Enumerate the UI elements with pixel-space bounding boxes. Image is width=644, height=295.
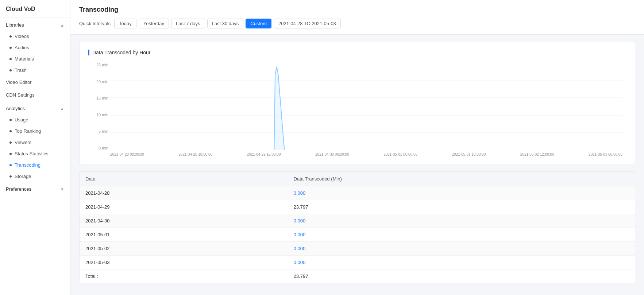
total-label: Total : xyxy=(80,269,288,283)
cell-value: 0.000 xyxy=(288,186,635,200)
total-value: 23.797 xyxy=(288,269,635,283)
dot-icon xyxy=(9,35,12,38)
data-table-card: Date Data Transcoded (Min) 2021-04-280.0… xyxy=(79,171,635,283)
y-label-10: 10 min xyxy=(88,113,108,117)
btn-last7days[interactable]: Last 7 days xyxy=(171,19,205,28)
analytics-label: Analytics xyxy=(6,106,25,111)
sidebar-item-status-statistics[interactable]: Status Statistics xyxy=(0,148,70,159)
sidebar-item-viewers[interactable]: Viewers xyxy=(0,137,70,148)
sidebar-item-storage[interactable]: Storage xyxy=(0,171,70,182)
btn-yesterday[interactable]: Yesterday xyxy=(139,19,169,28)
dot-icon xyxy=(9,130,12,132)
cell-date: 2021-05-03 xyxy=(80,256,288,269)
cell-value: 23.797 xyxy=(288,200,635,214)
main-body: Data Transcoded by Hour 0 min 5 min 10 m… xyxy=(70,35,644,295)
chart-container: 0 min 5 min 10 min 15 min 20 min 25 min xyxy=(88,63,626,156)
chart-card: Data Transcoded by Hour 0 min 5 min 10 m… xyxy=(79,42,635,164)
col-header-date: Date xyxy=(80,172,288,186)
cell-date: 2021-05-01 xyxy=(80,228,288,242)
app-logo: Cloud VoD xyxy=(0,0,70,18)
chart-svg xyxy=(110,63,622,150)
y-label-20: 20 min xyxy=(88,79,108,84)
sidebar-item-videos[interactable]: Videos xyxy=(0,31,70,42)
y-label-25: 25 min xyxy=(88,63,108,67)
x-label-2: 2021-04-29 12:00:00 xyxy=(247,152,281,156)
table-row: 2021-04-280.000 xyxy=(80,186,635,200)
date-range-display[interactable]: 2021-04-28 TO 2021-05-03 xyxy=(274,19,341,28)
sidebar-item-audios[interactable]: Audios xyxy=(0,42,70,53)
cell-value: 0.000 xyxy=(288,228,635,242)
x-label-7: 2021-05-03 06:00:00 xyxy=(589,152,622,156)
cell-date: 2021-04-28 xyxy=(80,186,288,200)
sidebar-item-top-ranking[interactable]: Top Ranking xyxy=(0,125,70,137)
y-label-0: 0 min xyxy=(88,146,108,150)
dot-icon xyxy=(9,141,12,144)
sidebar-item-transcoding[interactable]: Transcoding xyxy=(0,159,70,171)
chart-title: Data Transcoded by Hour xyxy=(88,50,626,55)
table-body: 2021-04-280.0002021-04-2923.7972021-04-3… xyxy=(80,186,635,283)
dot-icon xyxy=(9,175,12,178)
col-header-data: Data Transcoded (Min) xyxy=(288,172,635,186)
y-label-15: 15 min xyxy=(88,96,108,100)
chart-plot-area: 0 min 5 min 10 min 15 min 20 min 25 min xyxy=(110,63,622,150)
table-header-row: Date Data Transcoded (Min) xyxy=(80,172,635,186)
x-label-1: 2021-04-28 18:00:00 xyxy=(178,152,212,156)
libraries-items: Videos Audios Materials Trash xyxy=(0,31,70,76)
dot-icon xyxy=(9,164,12,166)
x-label-0: 2021-04-28 00:00:00 xyxy=(110,152,144,156)
table-total-row: Total :23.797 xyxy=(80,269,635,283)
sidebar: Cloud VoD Libraries ▲ Videos Audios Mate… xyxy=(0,0,70,295)
sidebar-item-cdn-settings[interactable]: CDN Settings xyxy=(0,89,70,101)
table-row: 2021-04-300.000 xyxy=(80,214,635,228)
page-header: Transcoding Quick Intervals Today Yester… xyxy=(70,0,644,35)
table-row: 2021-05-010.000 xyxy=(80,228,635,242)
btn-last30days[interactable]: Last 30 days xyxy=(207,19,244,28)
cell-value: 0.000 xyxy=(288,256,635,269)
dot-icon xyxy=(9,58,12,60)
preferences-label: Preferences xyxy=(6,186,31,192)
analytics-items: Usage Top Ranking Viewers Status Statist… xyxy=(0,114,70,182)
dot-icon xyxy=(9,69,12,71)
sidebar-item-video-editor[interactable]: Video Editor xyxy=(0,76,70,89)
quick-intervals-label: Quick Intervals xyxy=(79,21,111,26)
libraries-section[interactable]: Libraries ▲ xyxy=(0,18,70,31)
cell-date: 2021-04-30 xyxy=(80,214,288,228)
transcoding-table: Date Data Transcoded (Min) 2021-04-280.0… xyxy=(80,172,635,283)
analytics-section[interactable]: Analytics ▲ xyxy=(0,101,70,114)
main-content-area: Transcoding Quick Intervals Today Yester… xyxy=(70,0,644,295)
cell-date: 2021-04-29 xyxy=(80,200,288,214)
sidebar-item-usage[interactable]: Usage xyxy=(0,114,70,125)
btn-today[interactable]: Today xyxy=(114,19,136,28)
x-label-6: 2021-05-02 12:00:00 xyxy=(520,152,554,156)
sidebar-item-trash[interactable]: Trash xyxy=(0,65,70,76)
dot-icon xyxy=(9,47,12,49)
libraries-chevron: ▲ xyxy=(60,23,64,27)
cell-value: 0.000 xyxy=(288,242,635,256)
x-label-5: 2021-05-01 18:00:00 xyxy=(452,152,486,156)
table-row: 2021-05-030.000 xyxy=(80,256,635,269)
x-label-4: 2021-05-01 00:00:00 xyxy=(383,152,417,156)
libraries-label: Libraries xyxy=(6,22,24,28)
svg-marker-7 xyxy=(266,67,622,150)
y-label-5: 5 min xyxy=(88,129,108,133)
quick-intervals-bar: Quick Intervals Today Yesterday Last 7 d… xyxy=(79,19,635,28)
y-axis: 0 min 5 min 10 min 15 min 20 min 25 min xyxy=(88,63,108,150)
x-axis: 2021-04-28 00:00:00 2021-04-28 18:00:00 … xyxy=(110,152,622,156)
sidebar-item-materials[interactable]: Materials xyxy=(0,53,70,65)
x-label-3: 2021-04-30 06:00:00 xyxy=(315,152,349,156)
page-title: Transcoding xyxy=(79,6,635,13)
analytics-chevron: ▲ xyxy=(60,106,64,111)
preferences-chevron: ▼ xyxy=(60,187,64,191)
dot-icon xyxy=(9,119,12,121)
dot-icon xyxy=(9,153,12,155)
table-row: 2021-05-020.000 xyxy=(80,242,635,256)
cell-value: 0.000 xyxy=(288,214,635,228)
btn-custom[interactable]: Custom xyxy=(246,19,271,28)
table-row: 2021-04-2923.797 xyxy=(80,200,635,214)
preferences-section[interactable]: Preferences ▼ xyxy=(0,182,70,195)
cell-date: 2021-05-02 xyxy=(80,242,288,256)
